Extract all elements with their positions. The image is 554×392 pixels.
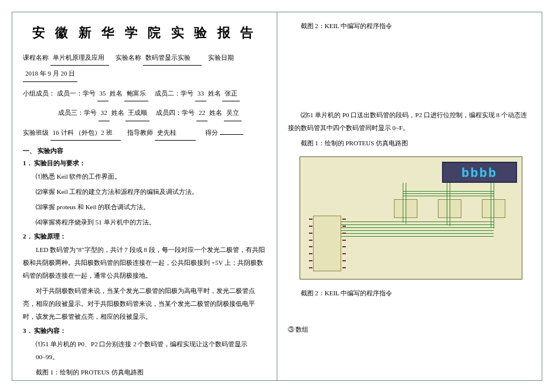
group-label: 小组成员： — [23, 90, 55, 97]
score-value — [220, 134, 243, 135]
m3-name: 王成顺 — [125, 105, 149, 121]
wire-icon — [403, 193, 494, 194]
class-label: 实验班级 — [23, 129, 49, 136]
wire-icon — [450, 183, 450, 226]
m4-name: 吴立 — [224, 105, 242, 121]
teacher-label: 指导教师 — [127, 129, 153, 136]
course-value: 单片机原理及应用 — [50, 50, 109, 66]
score-label: 得分 — [205, 129, 218, 136]
m4-label: 成员四：学号 — [156, 109, 195, 116]
wire-icon — [406, 183, 406, 224]
class-row: 实验班级 16 计科 （外包）2 班 指导教师 史先桂 得分 — [23, 125, 266, 141]
principle-p1: LED 数码管为"8"字型的，共计 7 段或 8 段，每一段对应一个发光二极管，… — [23, 243, 266, 282]
course-label: 课程名称 — [23, 54, 49, 61]
aim-item-2: ⑵掌握 Keil 工程的建立方法和源程序的编辑及调试方法。 — [36, 185, 266, 198]
aim-item-1: ⑴熟悉 Keil 软件的工作界面。 — [36, 170, 266, 183]
seg-readout: bbbb — [461, 165, 497, 180]
left-column: 安 徽 新 华 学 院 实 验 报 告 课程名称 单片机原理及应用 实验名称 数… — [12, 12, 277, 380]
date-value: 2018 年 9 月 20 日 — [23, 66, 77, 81]
wire-icon — [494, 183, 494, 229]
wire-icon — [403, 191, 494, 192]
exp-label: 实验名称 — [115, 54, 141, 61]
wire-icon — [447, 183, 447, 225]
wire-icon — [403, 196, 494, 196]
section-1-3-head: 3． 实验内容： — [23, 326, 266, 335]
content-item-2: ⑵51 单片机的 P0 口送出数码管的段码，P2 口进行位控制，编程实现 8 个… — [288, 108, 532, 134]
m2-id: 33 — [195, 86, 206, 101]
teacher-value: 史先桂 — [155, 125, 196, 141]
m2-label: 成员二：学号 — [155, 90, 193, 97]
aim-item-4: ⑷掌握将程序烧录到 51 单片机中的方法。 — [36, 216, 266, 229]
m2-name-label: 姓名 — [208, 90, 221, 97]
date-label: 实验日期 — [208, 54, 234, 61]
m3-name-label: 姓名 — [111, 109, 124, 116]
m4-name-label: 姓名 — [209, 109, 222, 116]
group-row-2: 成员三：学号 32 姓名 王成顺 成员四：学号 22 姓名 吴立 — [23, 105, 266, 121]
aim-item-3: ⑶掌握 proteus 和 Keil 的联合调试方法。 — [36, 200, 266, 213]
m1-name: 鲍富乐 — [124, 86, 148, 101]
right-column: 截图 2：KEIL 中编写的程序指令 ⑵51 单片机的 P0 口送出数码管的段码… — [277, 12, 542, 380]
section-1-head: 一、 实验内容 — [23, 146, 266, 155]
m3-id: 32 — [98, 105, 110, 121]
pin-row-icon — [309, 219, 312, 268]
caption-left-1: 截图 1：绘制的 PROTEUS 仿真电路图 — [36, 366, 266, 379]
wire-icon — [403, 183, 403, 223]
wire-icon — [341, 236, 494, 237]
wire-icon — [341, 230, 494, 231]
caption-right-fig1: 截图 1：绘制的 PROTEUS 仿真电路图 — [301, 137, 532, 149]
wire-icon — [341, 221, 494, 222]
wire-icon — [341, 227, 494, 228]
m1-label: 成员一：学号 — [57, 90, 96, 97]
m3-label: 成员三：学号 — [58, 109, 97, 116]
section-1-1-head: 1． 实验目的与要求： — [23, 159, 266, 168]
section-1-2-head: 2． 实验原理： — [23, 232, 266, 241]
meta-row-1: 课程名称 单片机原理及应用 实验名称 数码管显示实验 实验日期 2018 年 9… — [23, 50, 266, 82]
m2-name: 张正 — [222, 86, 240, 101]
principle-p2: 对于共阴极数码管来说，当某个发光二极管的阳极为高电平时，发光二极管点亮，相应的段… — [23, 284, 266, 323]
caption-right-top: 截图 2：KEIL 中编写的程序指令 — [301, 19, 532, 32]
wire-icon — [341, 224, 494, 225]
footer-item: ③ 数组 — [288, 323, 532, 336]
exp-value: 数码管显示实验 — [143, 50, 202, 66]
m4-id: 22 — [196, 105, 208, 121]
m1-id: 35 — [97, 86, 108, 101]
pin-row-icon — [342, 219, 346, 268]
seven-segment-display: bbbb — [442, 162, 517, 183]
m1-name-label: 姓名 — [110, 90, 123, 97]
class-value: 16 计科 （外包）2 班 — [50, 125, 121, 141]
caption-right-fig2: 截图 2：KEIL 中编写的程序指令 — [301, 287, 532, 299]
page-frame: 安 徽 新 华 学 院 实 验 报 告 课程名称 单片机原理及应用 实验名称 数… — [12, 12, 542, 381]
wire-icon — [341, 233, 494, 234]
content-item-1: ⑴51 单片机的 P0、P2 口分别连接 2 个数码管，编程实现让这个数码管显示… — [36, 338, 266, 363]
mcu-chip-icon — [313, 216, 341, 271]
proteus-schematic: bbbb — [300, 156, 522, 279]
wire-icon — [491, 183, 491, 227]
report-title: 安 徽 新 华 学 院 实 验 报 告 — [23, 24, 266, 42]
group-row-1: 小组成员： 成员一：学号 35 姓名 鲍富乐 成员二：学号 33 姓名 张正 — [23, 86, 266, 101]
